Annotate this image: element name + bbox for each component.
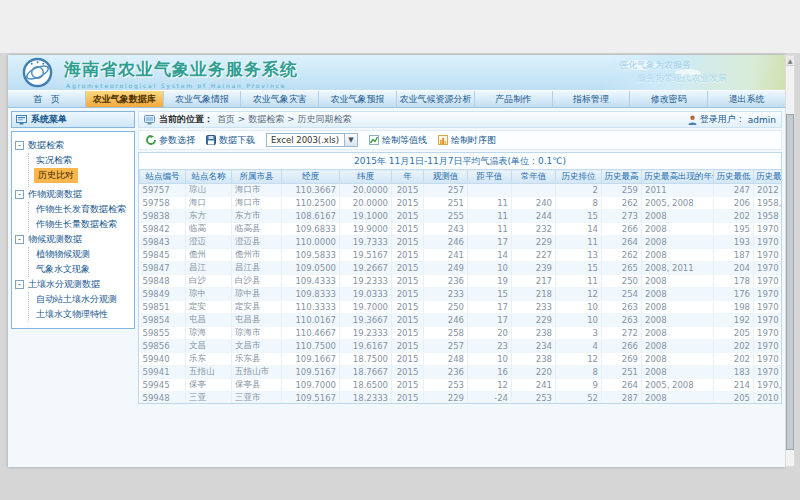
tree-item[interactable]: 自动站土壤水分观测 [34, 292, 131, 307]
table-cell: 262 [602, 197, 642, 210]
table-cell: 2005, 2008 [642, 379, 714, 392]
tree-item[interactable]: 实况检索 [34, 153, 131, 168]
draw-contour-button[interactable]: 绘制等值线 [369, 134, 427, 147]
menu-icon [16, 115, 27, 125]
draw-timeseries-button[interactable]: 绘制时序图 [438, 134, 496, 147]
tree-item[interactable]: 历史比对 [34, 168, 78, 183]
table-cell: 三亚市 [232, 392, 282, 405]
tree-item[interactable]: 植物物候观测 [34, 247, 131, 262]
nav-tab-9[interactable]: 修改密码 [630, 91, 708, 107]
nav-tab-10[interactable]: 退出系统 [708, 91, 785, 107]
nav-tab-2[interactable]: 农业气象数据库 [86, 91, 164, 107]
vertical-scrollbar[interactable]: ▲ [785, 55, 795, 467]
table-row[interactable]: 59854屯昌屯昌县110.016719.3667201524617229102… [140, 314, 783, 327]
scroll-up-icon[interactable]: ▲ [786, 56, 794, 66]
table-cell: 18.2333 [340, 392, 392, 405]
tree-group[interactable]: -物候观测数据 [15, 232, 131, 247]
tree-item[interactable]: 土壤水文物理特性 [34, 307, 131, 322]
table-cell: 2015 [392, 275, 424, 288]
table-cell: 琼中县 [232, 288, 282, 301]
table-cell: 屯昌县 [232, 314, 282, 327]
format-select[interactable]: Excel 2003(.xls) ▼ [266, 133, 358, 147]
nav-tab-1[interactable]: 首 页 [8, 91, 86, 107]
table-cell: 253 [512, 392, 556, 405]
table-cell: 23 [468, 340, 512, 353]
table-cell: 241 [512, 379, 556, 392]
table-row[interactable]: 59855琼海琼海市110.466719.2333201525820238327… [140, 327, 783, 340]
collapse-icon[interactable]: - [15, 190, 24, 199]
table-row[interactable]: 59945保亭保亭县109.700018.6500201525312241926… [140, 379, 783, 392]
table-cell: 2008 [642, 340, 714, 353]
table-cell: 1970 [754, 223, 783, 236]
site-title: 海南省农业气象业务服务系统 [64, 58, 298, 81]
user-label: 登录用户： [700, 113, 745, 126]
table-row[interactable]: 59851定安定安县110.333319.7000201525017233102… [140, 301, 783, 314]
table-cell: 240 [512, 197, 556, 210]
table-row[interactable]: 59758海口海口市110.250020.0000201525111240826… [140, 197, 783, 210]
table-cell: 2015 [392, 379, 424, 392]
table-row[interactable]: 59845儋州儋州市109.583319.5167201524114227132… [140, 249, 783, 262]
table-row[interactable]: 59941五指山五指山市109.516718.76672015236162208… [140, 366, 783, 379]
table-cell: 243 [424, 223, 468, 236]
table-cell: 保亭 [186, 379, 232, 392]
table-cell: 19 [468, 275, 512, 288]
table-cell: 217 [512, 275, 556, 288]
table-cell: 109.6833 [282, 223, 340, 236]
table-row[interactable]: 59948三亚三亚市109.516718.23332015229-2425352… [140, 392, 783, 405]
table-cell: 10 [556, 314, 602, 327]
column-header: 历史最低出现的年份 [754, 170, 783, 184]
table-row[interactable]: 59940乐东乐东县109.166718.7500201524810238122… [140, 353, 783, 366]
nav-tab-5[interactable]: 农业气象预报 [319, 91, 397, 107]
tree-item[interactable]: 作物生长量数据检索 [34, 217, 131, 232]
table-row[interactable]: 59757琼山海口市110.366720.0000201525722592011… [140, 184, 783, 197]
table-row[interactable]: 59849琼中琼中县109.833319.0333201523315218122… [140, 288, 783, 301]
table-row[interactable]: 59838东方东方市108.616719.1000201525511244152… [140, 210, 783, 223]
table-row[interactable]: 59856文昌文昌市110.750019.6167201525723234426… [140, 340, 783, 353]
tree-item[interactable]: 气象水文现象 [34, 262, 131, 277]
table-cell: 2015 [392, 236, 424, 249]
nav-tab-4[interactable]: 农业气象灾害 [241, 91, 319, 107]
chevron-down-icon[interactable]: ▼ [344, 134, 357, 146]
tree-group[interactable]: -作物观测数据 [15, 187, 131, 202]
tree-group-label: 土壤水分观测数据 [28, 278, 100, 291]
param-select-button[interactable]: 参数选择 [146, 134, 195, 147]
data-download-button[interactable]: 数据下载 [206, 134, 255, 147]
tree-children: 自动站土壤水分观测土壤水文物理特性 [28, 292, 131, 322]
collapse-icon[interactable]: - [15, 141, 24, 150]
table-cell: 2015 [392, 197, 424, 210]
bar-chart-icon [438, 135, 448, 145]
table-cell: 1970 [754, 340, 783, 353]
table-cell: 236 [424, 366, 468, 379]
tree-item[interactable]: 作物生长发育数据检索 [34, 202, 131, 217]
table-cell: 白沙 [186, 275, 232, 288]
breadcrumb[interactable]: 首页 > 数据检索 > 历史同期检索 [217, 113, 352, 126]
table-cell: 2011 [642, 184, 714, 197]
table-cell: 59838 [140, 210, 186, 223]
table-cell: 206 [714, 197, 754, 210]
table-cell: 59855 [140, 327, 186, 340]
scrollbar-thumb[interactable] [786, 114, 794, 450]
nav-tab-8[interactable]: 指标管理 [553, 91, 631, 107]
tree-group[interactable]: -土壤水分观测数据 [15, 277, 131, 292]
table-cell: 202 [714, 353, 754, 366]
table-row[interactable]: 59848白沙白沙县109.433319.2333201523619217112… [140, 275, 783, 288]
table-cell: 218 [512, 288, 556, 301]
collapse-icon[interactable]: - [15, 280, 24, 289]
table-cell: 临高 [186, 223, 232, 236]
table-cell: 214 [714, 379, 754, 392]
column-header: 观测值 [424, 170, 468, 184]
table-cell: 11 [468, 197, 512, 210]
location-icon [144, 115, 155, 125]
nav-tab-7[interactable]: 产品制作 [475, 91, 553, 107]
table-cell: 59941 [140, 366, 186, 379]
nav-tab-6[interactable]: 农业气候资源分析 [397, 91, 475, 107]
table-row[interactable]: 59843澄迈澄迈县110.000019.7333201524617229112… [140, 236, 783, 249]
table-cell: 234 [512, 340, 556, 353]
collapse-icon[interactable]: - [15, 235, 24, 244]
table-cell: 198 [714, 301, 754, 314]
tree-group[interactable]: -数据检索 [15, 138, 131, 153]
table-row[interactable]: 59842临高临高县109.683319.9000201524311232142… [140, 223, 783, 236]
table-row[interactable]: 59847昌江昌江县109.050019.2667201524910239152… [140, 262, 783, 275]
table-cell: 59843 [140, 236, 186, 249]
nav-tab-3[interactable]: 农业气象情报 [164, 91, 242, 107]
